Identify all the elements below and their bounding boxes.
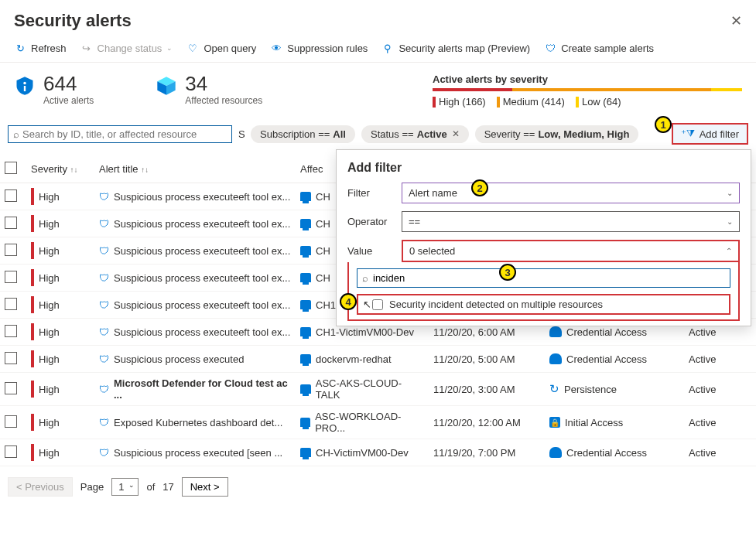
chevron-down-icon: ⌄ (166, 44, 173, 52)
severity-stripe (31, 350, 34, 367)
severity-text: High (39, 191, 60, 203)
row-checkbox[interactable] (5, 382, 17, 394)
row-checkbox[interactable] (5, 271, 17, 283)
refresh-icon: ↻ (14, 42, 26, 54)
open-query-button[interactable]: ♡ Open query (186, 42, 256, 54)
sample-alerts-label: Create sample alerts (561, 43, 654, 54)
filter-icon: ⁺⧩ (681, 128, 695, 140)
alert-shield-icon: 🛡 (99, 218, 109, 230)
row-checkbox[interactable] (5, 244, 17, 256)
affected-label: Affected resources (185, 95, 262, 106)
filter-field-select[interactable]: Alert name ⌄ (402, 183, 740, 203)
filter-pill-status[interactable]: Status == Active ✕ (361, 125, 469, 143)
change-status-button: ↪ Change status ⌄ (80, 42, 173, 54)
filter-pill-subscription[interactable]: Subscription == All (251, 125, 355, 143)
mitre-tactic: Credential Access (566, 326, 647, 338)
col-severity[interactable]: Severity (31, 163, 67, 175)
alert-shield-icon: 🛡 (99, 245, 109, 257)
affected-count: 34 (185, 73, 262, 94)
value-select[interactable]: 0 selected ⌃ (402, 240, 740, 262)
alert-shield-icon: 🛡 (99, 447, 109, 459)
alerts-map-label: Security alerts map (Preview) (399, 43, 530, 54)
col-title[interactable]: Alert title (99, 163, 139, 175)
close-icon[interactable]: ✕ (730, 12, 742, 29)
alert-title: Suspicious process executeeft tool ex... (114, 326, 290, 338)
cursor-icon: ↖ (363, 299, 371, 310)
row-checkbox[interactable] (5, 352, 17, 364)
refresh-button[interactable]: ↻ Refresh (14, 42, 67, 54)
severity-stripe (31, 414, 34, 431)
svg-point-0 (23, 82, 26, 85)
row-checkbox[interactable] (5, 325, 17, 337)
alert-shield-icon: 🛡 (99, 326, 109, 338)
search-input-wrapper[interactable]: ⌕ (8, 125, 232, 143)
legend-high[interactable]: High (166) (433, 96, 486, 108)
chevron-up-icon: ⌃ (726, 247, 732, 255)
status-text: Active (689, 417, 716, 428)
row-checkbox[interactable] (5, 445, 17, 458)
suppression-button[interactable]: 👁 Suppression rules (270, 42, 368, 54)
table-row[interactable]: High🛡Exposed Kubernetes dashboard det...… (0, 406, 756, 439)
sample-alerts-button[interactable]: 🛡 Create sample alerts (544, 42, 654, 54)
col-affected[interactable]: Affec (300, 163, 323, 175)
vm-icon (300, 418, 310, 427)
row-checkbox[interactable] (5, 189, 17, 202)
chevron-down-icon: ⌄ (128, 481, 135, 489)
table-row[interactable]: High🛡Suspicious process executeddockervm… (0, 346, 756, 373)
table-row[interactable]: High🛡Microsoft Defender for Cloud test a… (0, 373, 756, 406)
mask-icon (549, 447, 562, 458)
legend-medium[interactable]: Medium (414) (497, 96, 565, 108)
vm-icon (300, 448, 311, 457)
sort-icon[interactable]: ↑↓ (70, 166, 78, 174)
severity-stripe (31, 444, 34, 461)
vm-icon (300, 354, 311, 364)
activity-time: 11/20/20, 12:00 AM (433, 417, 521, 428)
row-checkbox[interactable] (5, 415, 17, 428)
chevron-down-icon: ⌄ (727, 217, 733, 226)
severity-stripe (31, 269, 34, 286)
page-label: Page (80, 481, 104, 493)
search-input[interactable] (22, 128, 227, 140)
suppression-icon: 👁 (270, 42, 282, 54)
active-alerts-count: 644 (43, 73, 94, 94)
row-checkbox[interactable] (5, 298, 17, 310)
callout-2: 2 (471, 179, 488, 196)
sort-icon[interactable]: ↑↓ (141, 166, 149, 174)
vm-icon (300, 384, 311, 394)
severity-summary: Active alerts by severity High (166) Med… (433, 73, 742, 108)
value-search-input[interactable] (373, 272, 725, 284)
table-row[interactable]: High🛡Suspicious process executed [seen .… (0, 439, 756, 466)
alerts-map-button[interactable]: ⚲ Security alerts map (Preview) (381, 42, 530, 54)
mask-icon (549, 326, 562, 337)
severity-bar (433, 88, 742, 91)
resource-name: dockervm-redhat (316, 353, 392, 365)
status-text: Active (689, 326, 716, 338)
activity-time: 11/20/20, 6:00 AM (433, 326, 515, 338)
search-icon: ⌕ (362, 272, 368, 284)
severity-text: High (39, 218, 60, 230)
value-label: Value (347, 245, 402, 257)
value-option-checkbox[interactable] (372, 299, 383, 310)
legend-low[interactable]: Low (64) (576, 96, 621, 108)
next-page-button[interactable]: Next > (182, 477, 228, 497)
callout-3: 3 (499, 264, 516, 281)
operator-select[interactable]: == ⌄ (402, 211, 740, 232)
page-select[interactable]: 1 ⌄ (111, 478, 139, 496)
severity-text: High (39, 272, 60, 284)
row-checkbox[interactable] (5, 217, 17, 229)
alert-title: Suspicious process executeeft tool ex... (114, 245, 290, 257)
remove-status-filter-icon[interactable]: ✕ (452, 128, 460, 139)
alert-shield-icon: 🛡 (99, 299, 109, 311)
select-all-checkbox[interactable] (5, 162, 17, 174)
vm-icon (300, 273, 311, 282)
add-filter-button[interactable]: ⁺⧩ Add filter (672, 123, 748, 145)
map-icon: ⚲ (381, 42, 394, 54)
severity-text: High (39, 326, 60, 338)
value-option-security-incident[interactable]: ↖ Security incident detected on multiple… (357, 294, 730, 315)
severity-stripe (31, 323, 34, 340)
alert-shield-icon (14, 75, 36, 97)
add-filter-label: Add filter (700, 128, 739, 140)
value-search-wrapper[interactable]: ⌕ (357, 268, 730, 288)
filter-pill-severity[interactable]: Severity == Low, Medium, High (475, 125, 639, 143)
active-alerts-stat: 644 Active alerts (14, 73, 94, 106)
